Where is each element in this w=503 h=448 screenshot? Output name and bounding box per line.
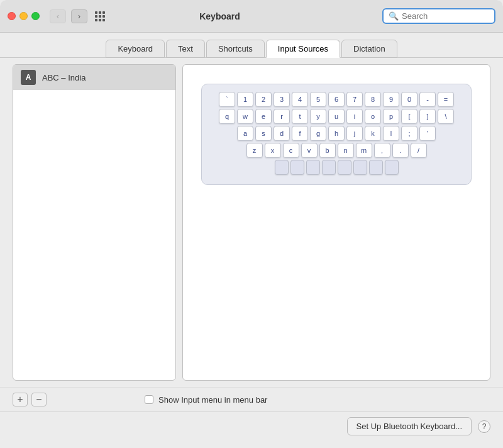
help-button[interactable]: ?: [478, 420, 490, 433]
key-v: v: [301, 143, 318, 158]
key-fn4: [338, 160, 351, 175]
tabs-bar: Keyboard Text Shortcuts Input Sources Di…: [0, 33, 503, 58]
key-2: 2: [255, 92, 272, 107]
traffic-lights: [8, 12, 40, 20]
key-1: 1: [237, 92, 253, 107]
key-fn7: [385, 160, 399, 175]
key-minus: -: [419, 92, 436, 107]
key-row-5: [211, 160, 462, 175]
key-rbracket: ]: [419, 109, 436, 124]
key-n: n: [338, 143, 354, 158]
key-f: f: [292, 126, 308, 141]
key-i: i: [346, 109, 363, 124]
key-m: m: [356, 143, 372, 158]
key-c: c: [283, 143, 299, 158]
back-button[interactable]: ‹: [50, 9, 66, 23]
key-9: 9: [383, 92, 399, 107]
key-7: 7: [346, 92, 363, 107]
key-j: j: [346, 126, 363, 141]
key-b: b: [319, 143, 336, 158]
key-q: q: [219, 109, 235, 124]
bottom-controls: + − Show Input menu in menu bar: [0, 387, 503, 412]
key-z: z: [246, 143, 263, 158]
key-e: e: [255, 109, 272, 124]
key-fn3: [306, 160, 320, 175]
key-w: w: [237, 109, 253, 124]
key-u: u: [328, 109, 345, 124]
key-fn5: [353, 160, 367, 175]
source-icon-abc-india: A: [21, 70, 36, 85]
key-s: s: [255, 126, 272, 141]
key-l: l: [383, 126, 399, 141]
key-r: r: [274, 109, 290, 124]
key-0: 0: [401, 92, 417, 107]
source-label-abc-india: ABC – India: [42, 73, 86, 82]
show-input-menu-label: Show Input menu in menu bar: [158, 395, 267, 405]
show-input-menu-area: Show Input menu in menu bar: [145, 395, 267, 405]
key-equals: =: [438, 92, 454, 107]
key-3: 3: [274, 92, 290, 107]
key-g: g: [310, 126, 326, 141]
key-6: 6: [328, 92, 345, 107]
input-sources-list: A ABC – India: [13, 64, 176, 381]
setup-bluetooth-button[interactable]: Set Up Bluetooth Keyboard...: [347, 417, 472, 435]
tab-text[interactable]: Text: [166, 40, 205, 58]
key-space: [322, 160, 336, 175]
key-t: t: [292, 109, 308, 124]
tab-shortcuts[interactable]: Shortcuts: [206, 40, 265, 58]
key-slash: /: [411, 143, 427, 158]
keyboard-preview-panel: ` 1 2 3 4 5 6 7 8 9 0 - = q w e r t: [182, 64, 490, 381]
main-content: A ABC – India ` 1 2 3 4 5 6 7 8 9 0 - =: [0, 58, 503, 387]
search-input[interactable]: [402, 11, 489, 21]
key-o: o: [365, 109, 381, 124]
key-row-4: z x c v b n m , . /: [211, 143, 462, 158]
key-semicolon: ;: [401, 126, 417, 141]
maximize-button[interactable]: [31, 12, 40, 20]
key-fn1: [275, 160, 289, 175]
key-y: y: [310, 109, 326, 124]
key-k: k: [365, 126, 381, 141]
source-item-abc-india[interactable]: A ABC – India: [13, 65, 175, 90]
close-button[interactable]: [8, 12, 16, 20]
key-row-1: ` 1 2 3 4 5 6 7 8 9 0 - =: [211, 92, 462, 107]
key-4: 4: [292, 92, 308, 107]
key-fn2: [290, 160, 304, 175]
key-period: .: [392, 143, 409, 158]
key-backtick: `: [219, 92, 235, 107]
remove-source-button[interactable]: −: [31, 393, 47, 406]
tab-keyboard[interactable]: Keyboard: [106, 40, 165, 58]
window-title: Keyboard: [62, 11, 377, 21]
add-source-button[interactable]: +: [13, 393, 28, 406]
search-icon: 🔍: [389, 11, 399, 21]
key-5: 5: [310, 92, 326, 107]
key-quote: ': [419, 126, 436, 141]
key-x: x: [265, 143, 281, 158]
key-h: h: [328, 126, 345, 141]
key-p: p: [383, 109, 399, 124]
minimize-button[interactable]: [19, 12, 28, 20]
key-8: 8: [365, 92, 381, 107]
tab-input-sources[interactable]: Input Sources: [266, 40, 340, 58]
keyboard-visual: ` 1 2 3 4 5 6 7 8 9 0 - = q w e r t: [201, 84, 472, 185]
key-d: d: [274, 126, 290, 141]
key-row-3: a s d f g h j k l ; ': [211, 126, 462, 141]
key-row-2: q w e r t y u i o p [ ] \: [211, 109, 462, 124]
footer: Set Up Bluetooth Keyboard... ?: [0, 412, 503, 440]
key-a: a: [237, 126, 253, 141]
search-box[interactable]: 🔍: [382, 8, 495, 24]
key-fn6: [369, 160, 383, 175]
key-comma: ,: [374, 143, 390, 158]
title-bar: ‹ › Keyboard 🔍: [0, 0, 503, 33]
tab-dictation[interactable]: Dictation: [341, 40, 397, 58]
show-input-menu-checkbox[interactable]: [145, 395, 153, 404]
key-backslash: \: [438, 109, 454, 124]
key-lbracket: [: [401, 109, 417, 124]
